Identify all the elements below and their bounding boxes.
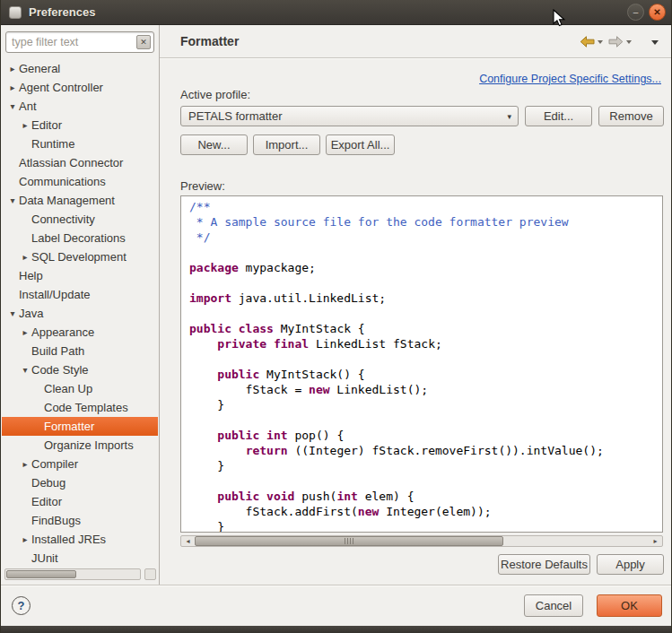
sidebar-item-label: Formatter bbox=[44, 420, 94, 433]
sidebar-item-general[interactable]: ▸General bbox=[2, 59, 158, 78]
edit-button[interactable]: Edit... bbox=[525, 106, 592, 126]
code-line: package mypackage; bbox=[189, 260, 662, 275]
sidebar-item-code-style[interactable]: ▾Code Style bbox=[2, 360, 158, 379]
expand-arrow-icon[interactable]: ▸ bbox=[19, 534, 31, 544]
sidebar-item-runtime[interactable]: Runtime bbox=[2, 134, 158, 153]
view-menu-icon[interactable] bbox=[651, 40, 659, 45]
filter-box: ✕ bbox=[5, 31, 154, 53]
sidebar-item-build-path[interactable]: Build Path bbox=[2, 342, 158, 360]
sidebar-item-label: Data Management bbox=[19, 194, 115, 207]
back-history-caret-icon[interactable] bbox=[598, 40, 603, 44]
sidebar-item-debug[interactable]: Debug bbox=[2, 473, 158, 492]
sidebar-item-label: Build Path bbox=[31, 344, 84, 358]
code-line: * A sample source file for the code form… bbox=[189, 214, 662, 230]
active-profile-combo[interactable]: PETALS formatter ▾ bbox=[180, 106, 519, 126]
code-line: fStack.addFirst(new Integer(elem)); bbox=[189, 504, 662, 519]
close-button[interactable]: ✕ bbox=[649, 4, 666, 21]
expand-arrow-icon[interactable]: ▸ bbox=[19, 459, 31, 469]
sidebar-item-java[interactable]: ▾Java bbox=[2, 304, 158, 323]
sidebar-item-label: Java bbox=[19, 307, 43, 320]
sidebar-item-label: JUnit bbox=[31, 551, 58, 565]
sidebar-item-help[interactable]: Help bbox=[2, 266, 158, 285]
configure-project-settings-link[interactable]: Configure Project Specific Settings... bbox=[479, 73, 661, 85]
code-line bbox=[189, 306, 662, 321]
forward-icon[interactable] bbox=[608, 36, 624, 48]
sidebar-item-junit[interactable]: JUnit bbox=[2, 549, 158, 568]
preferences-window: Preferences – ✕ ✕ ▸General▸Agent Control… bbox=[0, 0, 672, 633]
sidebar-item-connectivity[interactable]: Connectivity bbox=[2, 210, 158, 229]
sidebar-item-code-templates[interactable]: Code Templates bbox=[2, 398, 158, 417]
help-button[interactable]: ? bbox=[12, 596, 31, 615]
scroll-left-icon[interactable]: ◂ bbox=[181, 536, 195, 546]
filter-input[interactable] bbox=[5, 31, 154, 53]
scrollbar-thumb[interactable] bbox=[195, 536, 503, 546]
sidebar-item-label: Clean Up bbox=[44, 382, 92, 395]
sidebar-item-label: Label Decorations bbox=[31, 231, 126, 245]
preview-horizontal-scrollbar[interactable]: ◂ ▸ bbox=[180, 535, 663, 547]
sidebar-item-label: SQL Development bbox=[31, 250, 127, 264]
scroll-right-icon[interactable]: ▸ bbox=[649, 536, 662, 546]
scrollbar-track[interactable] bbox=[195, 536, 649, 546]
remove-button[interactable]: Remove bbox=[598, 106, 664, 126]
expand-arrow-icon[interactable]: ▸ bbox=[6, 64, 19, 74]
forward-history-caret-icon[interactable] bbox=[626, 40, 632, 44]
expand-arrow-icon[interactable]: ▸ bbox=[19, 327, 31, 337]
apply-button[interactable]: Apply bbox=[597, 554, 664, 575]
sidebar-item-appearance[interactable]: ▸Appearance bbox=[2, 323, 158, 342]
expand-arrow-icon[interactable]: ▸ bbox=[19, 120, 31, 130]
code-line: return ((Integer) fStack.removeFirst()).… bbox=[189, 443, 662, 458]
profile-row: PETALS formatter ▾ Edit... Remove bbox=[180, 106, 664, 126]
export-all-button[interactable]: Export All... bbox=[326, 134, 395, 155]
sidebar-item-compiler[interactable]: ▸Compiler bbox=[2, 455, 158, 473]
expand-arrow-icon[interactable]: ▸ bbox=[19, 252, 31, 262]
sidebar-item-label-decorations[interactable]: Label Decorations bbox=[2, 229, 158, 247]
back-icon[interactable] bbox=[580, 36, 595, 48]
sidebar-item-label: Connectivity bbox=[31, 212, 95, 226]
sidebar-item-data-management[interactable]: ▾Data Management bbox=[2, 191, 158, 210]
ok-button[interactable]: OK bbox=[597, 594, 662, 617]
sidebar-item-findbugs[interactable]: FindBugs bbox=[2, 511, 158, 530]
mouse-cursor bbox=[553, 9, 566, 28]
sidebar-item-install-update[interactable]: Install/Update bbox=[2, 285, 158, 304]
code-line: } bbox=[189, 519, 662, 533]
window-icon bbox=[9, 6, 22, 19]
expand-arrow-icon[interactable]: ▸ bbox=[6, 82, 19, 92]
sidebar-item-label: Code Templates bbox=[44, 401, 128, 414]
clear-filter-icon[interactable]: ✕ bbox=[136, 35, 151, 49]
cancel-button[interactable]: Cancel bbox=[524, 594, 583, 617]
titlebar[interactable]: Preferences – ✕ bbox=[1, 0, 671, 25]
sidebar-item-ant[interactable]: ▾Ant bbox=[2, 97, 158, 116]
sidebar-item-atlassian-connector[interactable]: Atlassian Connector bbox=[2, 153, 158, 172]
sidebar-item-clean-up[interactable]: Clean Up bbox=[2, 379, 158, 398]
code-line: public void push(int elem) { bbox=[189, 489, 662, 504]
scrollbar-thumb[interactable] bbox=[6, 570, 76, 578]
new-button[interactable]: New... bbox=[180, 134, 248, 155]
preview-code[interactable]: /** * A sample source file for the code … bbox=[180, 195, 663, 533]
sidebar-item-label: Install/Update bbox=[19, 288, 91, 301]
collapse-arrow-icon[interactable]: ▾ bbox=[6, 101, 19, 111]
sidebar-item-installed-jres[interactable]: ▸Installed JREs bbox=[2, 530, 158, 549]
page-header: Formatter bbox=[160, 25, 671, 58]
sidebar-horizontal-scrollbar[interactable] bbox=[4, 568, 141, 580]
collapse-arrow-icon[interactable]: ▾ bbox=[6, 308, 19, 318]
import-button[interactable]: Import... bbox=[253, 134, 320, 155]
restore-defaults-button[interactable]: Restore Defaults bbox=[498, 554, 590, 575]
sidebar-item-sql-development[interactable]: ▸SQL Development bbox=[2, 247, 158, 266]
collapse-arrow-icon[interactable]: ▾ bbox=[6, 195, 19, 205]
sidebar-item-agent-controller[interactable]: ▸Agent Controller bbox=[2, 78, 158, 97]
sidebar-item-communications[interactable]: Communications bbox=[2, 172, 158, 191]
code-line bbox=[189, 245, 662, 260]
code-line bbox=[189, 473, 662, 489]
sidebar-item-editor[interactable]: Editor bbox=[2, 492, 158, 511]
sidebar-item-editor[interactable]: ▸Editor bbox=[2, 116, 158, 134]
collapse-arrow-icon[interactable]: ▾ bbox=[19, 365, 31, 375]
minimize-button[interactable]: – bbox=[627, 4, 644, 21]
sidebar-item-formatter[interactable]: Formatter bbox=[2, 417, 158, 436]
window-bottom-edge bbox=[1, 626, 671, 633]
sidebar-item-label: Appearance bbox=[31, 325, 94, 339]
sidebar-item-label: Editor bbox=[31, 495, 62, 508]
profile-actions-row: New... Import... Export All... bbox=[180, 134, 395, 155]
sidebar-item-label: Communications bbox=[19, 175, 106, 188]
formatter-page: Configure Project Specific Settings... A… bbox=[160, 58, 671, 585]
sidebar-item-organize-imports[interactable]: Organize Imports bbox=[2, 436, 158, 455]
